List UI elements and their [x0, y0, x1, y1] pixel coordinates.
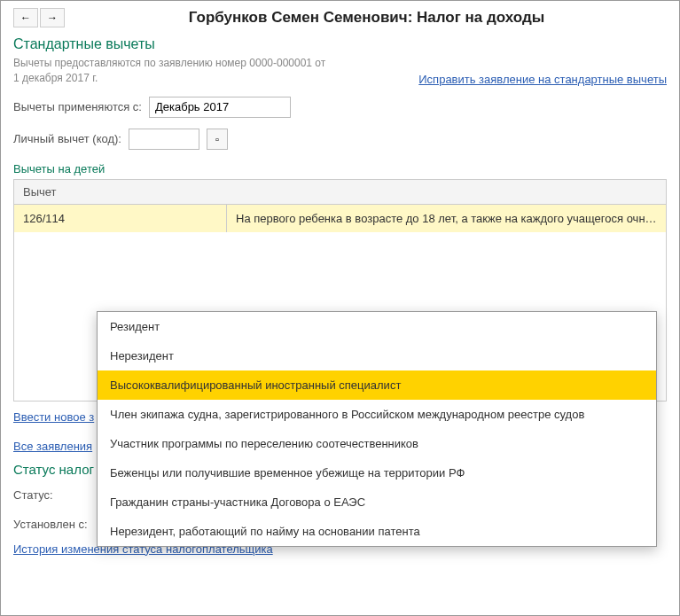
personal-deduction-select-icon[interactable]: ▫	[207, 129, 228, 150]
table-row[interactable]: 126/114 На первого ребенка в возрасте до…	[14, 205, 666, 232]
new-application-link[interactable]: Ввести новое з	[13, 410, 94, 424]
dropdown-item-resident[interactable]: Резидент	[98, 312, 656, 341]
apply-from-label: Вычеты применяются с:	[13, 100, 142, 113]
dropdown-item-compatriot[interactable]: Участник программы по переселению соотеч…	[98, 429, 656, 458]
status-dropdown-list[interactable]: Резидент Нерезидент Высококвалифицирован…	[97, 311, 657, 547]
forward-button[interactable]: →	[40, 8, 65, 27]
deduction-code-cell: 126/114	[14, 205, 227, 232]
dropdown-item-patent[interactable]: Нерезидент, работающий по найму на основ…	[98, 517, 656, 546]
deductions-info: Вычеты предоставляются по заявлению номе…	[13, 56, 332, 86]
dropdown-item-nonresident[interactable]: Нерезидент	[98, 341, 656, 370]
children-deductions-label: Вычеты на детей	[13, 162, 667, 175]
all-applications-link[interactable]: Все заявления	[13, 440, 92, 453]
set-from-label: Установлен с:	[13, 518, 91, 531]
deduction-desc-cell: На первого ребенка в возрасте до 18 лет,…	[227, 205, 666, 232]
table-header-deduction: Вычет	[14, 180, 666, 205]
status-label: Статус:	[13, 488, 91, 502]
back-button[interactable]: ←	[13, 8, 38, 27]
correct-application-link[interactable]: Исправить заявление на стандартные вычет…	[418, 73, 667, 86]
dropdown-item-ship-crew[interactable]: Член экипажа судна, зарегистрированного …	[98, 400, 656, 429]
page-title: Горбунков Семен Семенович: Налог на дохо…	[66, 9, 667, 27]
personal-deduction-label: Личный вычет (код):	[13, 132, 121, 145]
deductions-section-title: Стандартные вычеты	[13, 36, 667, 52]
dropdown-item-refugee[interactable]: Беженцы или получившие временное убежище…	[98, 458, 656, 487]
dropdown-item-eaeu[interactable]: Гражданин страны-участника Договора о ЕА…	[98, 487, 656, 517]
personal-deduction-input[interactable]	[129, 129, 199, 150]
apply-from-input[interactable]	[149, 97, 291, 118]
dropdown-item-hqs[interactable]: Высококвалифицированный иностранный спец…	[98, 370, 656, 400]
